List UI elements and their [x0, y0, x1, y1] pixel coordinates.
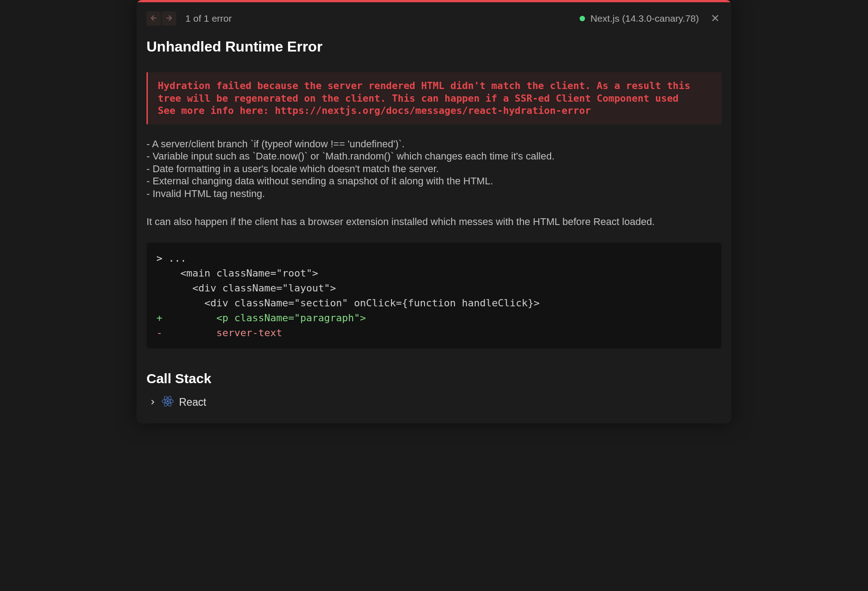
- diff-marker: [156, 297, 162, 309]
- overlay-content: Unhandled Runtime Error Hydration failed…: [137, 38, 731, 423]
- error-message-box: Hydration failed because the server rend…: [146, 72, 722, 124]
- diff-marker: -: [156, 327, 162, 338]
- arrow-right-icon: [165, 14, 173, 23]
- causes-list: - A server/client branch `if (typeof win…: [146, 138, 722, 200]
- diff-marker: >: [156, 253, 162, 264]
- cause-item: - External changing data without sending…: [146, 175, 722, 188]
- prev-error-button[interactable]: [146, 11, 161, 26]
- extension-note: It can also happen if the client has a b…: [146, 215, 722, 229]
- cause-item: - Invalid HTML tag nesting.: [146, 188, 722, 200]
- close-icon: [710, 13, 720, 24]
- react-icon: [162, 395, 174, 410]
- diff-line-removed: - server-text: [156, 325, 712, 340]
- diff-line: <div className="section" onClick={functi…: [156, 296, 712, 310]
- close-button[interactable]: [709, 12, 722, 25]
- cause-item: - Variable input such as `Date.now()` or…: [146, 150, 722, 163]
- framework-version: Next.js (14.3.0-canary.78): [590, 13, 699, 24]
- callstack-item-label: React: [179, 396, 206, 408]
- chevron-right-icon: [149, 396, 156, 408]
- error-title: Unhandled Runtime Error: [146, 38, 722, 55]
- next-error-button[interactable]: [162, 11, 176, 26]
- svg-point-4: [167, 400, 169, 403]
- framework-status: Next.js (14.3.0-canary.78): [580, 13, 699, 24]
- cause-item: - A server/client branch `if (typeof win…: [146, 138, 722, 150]
- status-dot-icon: [580, 16, 585, 21]
- cause-item: - Date formatting in a user's locale whi…: [146, 163, 722, 175]
- nav-buttons: [146, 11, 176, 26]
- header-right: Next.js (14.3.0-canary.78): [580, 12, 722, 25]
- diff-marker: [156, 282, 162, 294]
- error-count: 1 of 1 error: [185, 13, 232, 24]
- overlay-header: 1 of 1 error Next.js (14.3.0-canary.78): [137, 2, 731, 33]
- diff-line: > ...: [156, 251, 712, 266]
- diff-code-block: > ... <main className="root"> <div class…: [146, 243, 722, 348]
- diff-line: <main className="root">: [156, 266, 712, 281]
- diff-line-added: + <p className="paragraph">: [156, 310, 712, 325]
- error-overlay: 1 of 1 error Next.js (14.3.0-canary.78) …: [137, 0, 731, 423]
- header-left: 1 of 1 error: [146, 11, 232, 26]
- diff-marker: +: [156, 312, 162, 324]
- diff-line: <div className="layout">: [156, 281, 712, 296]
- callstack-item[interactable]: React: [146, 395, 722, 410]
- diff-marker: [156, 267, 162, 279]
- error-message-text: Hydration failed because the server rend…: [158, 80, 712, 117]
- arrow-left-icon: [150, 14, 158, 23]
- callstack-title: Call Stack: [146, 371, 722, 386]
